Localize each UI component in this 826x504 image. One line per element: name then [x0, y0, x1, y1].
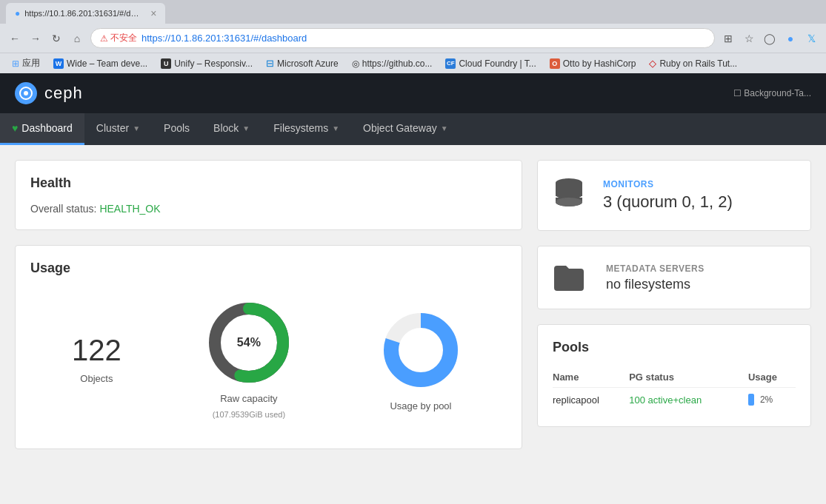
bookmark-wide-team[interactable]: W Wide – Team deve...: [47, 57, 153, 70]
tab-close-button[interactable]: ×: [150, 7, 156, 19]
nav-pools-label: Pools: [164, 122, 190, 134]
security-label: 不安全: [110, 32, 137, 44]
back-button[interactable]: ←: [6, 30, 24, 47]
pools-col-pg-status: PG status: [629, 367, 748, 388]
nav-object-gateway-label: Object Gateway: [363, 122, 437, 134]
tab-title: https://10.1.86.201:31631/#/dashboard: [24, 9, 143, 18]
usage-by-pool-stat: Usage by pool: [376, 306, 465, 411]
brand-name: ceph: [44, 84, 83, 103]
bookmark-cloud-foundry[interactable]: CF Cloud Foundry | T...: [439, 57, 542, 70]
nav-item-dashboard[interactable]: ♥ Dashboard: [0, 113, 84, 145]
forward-button[interactable]: →: [27, 30, 44, 47]
usage-bar: [748, 394, 754, 406]
nav-item-filesystems[interactable]: Filesystems ▼: [262, 113, 351, 145]
bg-tab-indicator[interactable]: ☐ Background-Ta...: [733, 88, 811, 98]
unify-icon: U: [161, 58, 171, 69]
pools-title: Pools: [553, 340, 796, 355]
svg-point-12: [556, 198, 582, 206]
objects-label: Objects: [80, 373, 113, 384]
app: ceph ☐ Background-Ta... ♥ Dashboard Clus…: [0, 73, 826, 504]
monitor-db-icon: [553, 175, 585, 215]
bg-tab-label[interactable]: [808, 18, 820, 24]
raw-capacity-donut: 54%: [204, 298, 293, 387]
pools-table-head: Name PG status Usage: [553, 367, 796, 388]
pools-table-body: replicapool 100 active+clean 2%: [553, 388, 796, 412]
usage-percent-value: 2%: [760, 394, 773, 405]
extension-button[interactable]: ●: [782, 30, 799, 47]
security-badge: ⚠ 不安全: [100, 32, 137, 44]
github-icon: ◎: [352, 58, 359, 69]
wide-team-icon: W: [53, 58, 64, 69]
nav-cluster-label: Cluster: [96, 122, 129, 134]
usage-bar-container: 2%: [748, 394, 796, 406]
pg-status-value: 100 active+clean: [629, 394, 702, 406]
bookmark-ruby-rails-label: Ruby on Rails Tut...: [659, 58, 737, 69]
pool-pg-status: 100 active+clean: [629, 388, 748, 412]
active-tab[interactable]: ● https://10.1.86.201:31631/#/dashboard …: [6, 3, 165, 24]
app-header: ceph ☐ Background-Ta... ♥ Dashboard Clus…: [0, 73, 826, 145]
account-button[interactable]: ◯: [761, 30, 779, 47]
warning-icon: ⚠: [100, 33, 108, 44]
bookmark-otto-label: Otto by HashiCorp: [563, 58, 636, 69]
health-status: Overall status: HEALTH_OK: [30, 203, 507, 215]
metadata-folder-svg: [553, 261, 585, 291]
pool-usage: 2%: [748, 388, 796, 412]
metadata-info: METADATA SERVERS no filesystems: [606, 263, 705, 292]
filesystems-caret-icon: ▼: [332, 124, 339, 132]
brand-logo: ceph: [15, 82, 83, 104]
usage-card: Usage 122 Objects 54: [15, 245, 522, 449]
address-bar[interactable]: ⚠ 不安全 https://10.1.86.201:31631/#/dashbo…: [90, 28, 715, 48]
object-gateway-caret-icon: ▼: [441, 124, 448, 132]
bookmark-unify-label: Unify – Responsiv...: [174, 58, 253, 69]
monitors-value: 3 (quorum 0, 1, 2): [603, 192, 733, 212]
bookmark-ruby-rails[interactable]: ◇ Ruby on Rails Tut...: [643, 56, 743, 70]
nav-item-cluster[interactable]: Cluster ▼: [84, 113, 152, 145]
bookmark-azure[interactable]: ⊟ Microsoft Azure: [260, 56, 344, 70]
metadata-servers-label: METADATA SERVERS: [606, 263, 705, 274]
dashboard-heart-icon: ♥: [12, 122, 18, 134]
bookmark-github-label: https://github.co...: [362, 58, 433, 69]
usage-by-pool-donut: [376, 306, 465, 394]
ceph-logo-svg: [19, 86, 33, 101]
bookmarks-bar: ⊞ 应用 W Wide – Team deve... U Unify – Res…: [0, 53, 826, 73]
usage-stats: 122 Objects 54% Raw capacity: [30, 291, 507, 434]
browser-action-buttons: ⊞ ☆ ◯ ● 𝕏: [719, 30, 820, 47]
nav-block-label: Block: [213, 122, 239, 134]
azure-icon: ⊟: [266, 58, 274, 69]
home-button[interactable]: ⌂: [68, 30, 86, 47]
pools-header-row: Name PG status Usage: [553, 367, 796, 388]
apps-icon: ⊞: [12, 58, 19, 69]
nav-item-pools[interactable]: Pools: [152, 113, 201, 145]
block-caret-icon: ▼: [242, 124, 250, 132]
raw-capacity-label: Raw capacity: [220, 393, 277, 404]
health-status-value: HEALTH_OK: [99, 203, 160, 215]
translate-button[interactable]: ⊞: [719, 30, 737, 47]
bookmark-otto[interactable]: O Otto by HashiCorp: [544, 57, 642, 70]
health-card: Health Overall status: HEALTH_OK: [15, 160, 522, 230]
usage-title: Usage: [30, 261, 507, 276]
twitter-button[interactable]: 𝕏: [802, 30, 820, 47]
main-nav: ♥ Dashboard Cluster ▼ Pools Block ▼ File…: [0, 113, 826, 145]
usage-by-pool-label: Usage by pool: [390, 400, 451, 411]
bookmark-github[interactable]: ◎ https://github.co...: [346, 57, 439, 70]
nav-item-object-gateway[interactable]: Object Gateway ▼: [351, 113, 460, 145]
browser-tab-bar: ● https://10.1.86.201:31631/#/dashboard …: [0, 0, 826, 24]
pools-card: Pools Name PG status Usage replicapool: [537, 324, 811, 427]
objects-stat: 122 Objects: [72, 334, 121, 384]
right-column: MONITORS 3 (quorum 0, 1, 2) METADATA SER…: [537, 160, 811, 504]
bookmark-wide-label: Wide – Team deve...: [67, 58, 147, 69]
health-title: Health: [30, 175, 507, 191]
nav-filesystems-label: Filesystems: [273, 122, 328, 134]
pools-col-usage: Usage: [748, 367, 796, 388]
refresh-button[interactable]: ↻: [47, 30, 65, 47]
table-row: replicapool 100 active+clean 2%: [553, 388, 796, 412]
bookmark-unify[interactable]: U Unify – Responsiv...: [155, 57, 259, 70]
metadata-servers-value: no filesystems: [606, 277, 705, 292]
app-brand-bar: ceph ☐ Background-Ta...: [0, 73, 826, 113]
bookmark-cloud-foundry-label: Cloud Foundry | T...: [459, 58, 536, 69]
bookmark-apps[interactable]: ⊞ 应用: [6, 56, 46, 71]
bookmark-button[interactable]: ☆: [740, 30, 758, 47]
metadata-servers-card: METADATA SERVERS no filesystems: [537, 246, 811, 309]
browser-chrome: ● https://10.1.86.201:31631/#/dashboard …: [0, 0, 826, 73]
nav-item-block[interactable]: Block ▼: [201, 113, 262, 145]
